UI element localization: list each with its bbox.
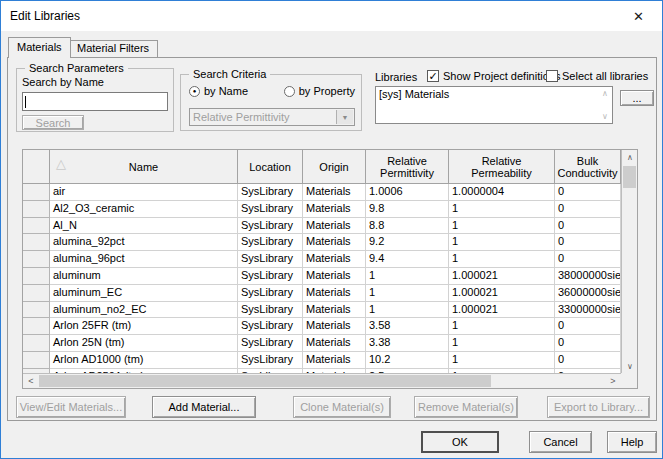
row-selector-cell[interactable]: [23, 285, 50, 302]
cell-conductivity: 38000000siemens/m: [555, 268, 621, 285]
row-selector-cell[interactable]: [23, 335, 50, 352]
library-list-item[interactable]: [sys] Materials: [376, 87, 612, 101]
table-row[interactable]: Arlon AD1000 (tm)SysLibraryMaterials10.2…: [23, 352, 621, 369]
vertical-scroll-thumb[interactable]: [623, 166, 636, 188]
search-criteria-group: Search Criteria ● by Name by Property Re…: [180, 74, 362, 131]
header-bulk-inner: Bulk Conductivity: [555, 155, 621, 179]
view-edit-materials-button[interactable]: View/Edit Materials...: [16, 396, 126, 418]
table-row[interactable]: airSysLibraryMaterials1.00061.00000040: [23, 184, 621, 201]
libraries-list-scrollbar[interactable]: ∧ ∨: [598, 87, 612, 123]
radio-by-name[interactable]: ● by Name: [189, 85, 248, 97]
row-selector-cell[interactable]: [23, 184, 50, 201]
table-row[interactable]: Arlon 25FR (tm)SysLibraryMaterials3.5810: [23, 318, 621, 335]
scroll-up-icon[interactable]: ∧: [602, 89, 608, 98]
cell-name: aluminum: [50, 268, 238, 285]
row-selector-cell[interactable]: [23, 302, 50, 319]
clone-materials-button[interactable]: Clone Material(s): [293, 396, 391, 418]
search-criteria-label: Search Criteria: [189, 68, 270, 80]
row-selector-cell[interactable]: [23, 251, 50, 268]
search-criteria-radios: ● by Name by Property: [189, 85, 355, 97]
row-selector-cell[interactable]: [23, 234, 50, 251]
table-row[interactable]: Al2_O3_ceramicSysLibraryMaterials9.810: [23, 201, 621, 218]
cell-permittivity: 9.4: [366, 251, 449, 268]
header-origin[interactable]: Origin: [303, 150, 366, 184]
cell-location: SysLibrary: [238, 251, 303, 268]
edit-libraries-dialog: Edit Libraries ✕ Materials Material Filt…: [0, 0, 663, 459]
libraries-list-items: [sys] Materials: [376, 87, 612, 101]
cell-conductivity: 0: [555, 251, 621, 268]
tab-materials[interactable]: Materials: [8, 37, 71, 58]
help-button[interactable]: Help: [607, 431, 657, 453]
cell-origin: Materials: [303, 335, 366, 352]
cell-name: Arlon AD1000 (tm): [50, 352, 238, 369]
sort-ascending-icon[interactable]: △: [56, 158, 66, 170]
table-row[interactable]: alumina_92pctSysLibraryMaterials9.210: [23, 234, 621, 251]
chevron-down-icon[interactable]: ▼: [336, 110, 353, 124]
row-selector-cell[interactable]: [23, 268, 50, 285]
cell-location: SysLibrary: [238, 318, 303, 335]
header-permittivity-line1: Relative: [387, 155, 427, 167]
cell-name: Al_N: [50, 218, 238, 235]
cell-permeability: 1: [449, 318, 555, 335]
search-button[interactable]: Search: [22, 115, 84, 130]
show-project-definitions-checkbox[interactable]: ✓ Show Project definitions: [427, 70, 560, 82]
checkbox-icon: [546, 70, 558, 82]
scroll-up-icon[interactable]: ∧: [622, 150, 638, 165]
header-bulk-conductivity[interactable]: Bulk Conductivity: [555, 150, 621, 184]
scroll-down-icon[interactable]: ∨: [602, 112, 608, 121]
cell-name: air: [50, 184, 238, 201]
add-material-button[interactable]: Add Material...: [152, 396, 256, 418]
table-row[interactable]: aluminum_no2_ECSysLibraryMaterials11.000…: [23, 302, 621, 319]
table-row[interactable]: Al_NSysLibraryMaterials8.810: [23, 218, 621, 235]
export-to-library-button[interactable]: Export to Library...: [547, 396, 650, 418]
row-selector-cell[interactable]: [23, 218, 50, 235]
remove-materials-button[interactable]: Remove Material(s): [414, 396, 518, 418]
cell-conductivity: 0: [555, 318, 621, 335]
header-location-label: Location: [249, 161, 291, 173]
cell-permeability: 1: [449, 352, 555, 369]
table-row[interactable]: Arlon 25N (tm)SysLibraryMaterials3.3810: [23, 335, 621, 352]
header-name[interactable]: △ Name: [50, 150, 238, 184]
select-all-libraries-checkbox[interactable]: Select all libraries: [546, 70, 648, 82]
table-row[interactable]: alumina_96pctSysLibraryMaterials9.410: [23, 251, 621, 268]
radio-by-property[interactable]: by Property: [284, 85, 355, 97]
header-row-selector[interactable]: [23, 150, 50, 184]
browse-libraries-button[interactable]: ...: [620, 90, 654, 106]
header-relative-permeability[interactable]: Relative Permeability: [449, 150, 555, 184]
cancel-button[interactable]: Cancel: [529, 431, 592, 453]
header-relative-permittivity[interactable]: Relative Permittivity: [366, 150, 449, 184]
search-input[interactable]: [22, 92, 168, 111]
header-permeability-line2: Permeability: [471, 167, 532, 179]
scroll-left-icon[interactable]: <: [23, 374, 39, 388]
cell-conductivity: 0: [555, 184, 621, 201]
radio-by-name-label: by Name: [204, 85, 248, 97]
horizontal-scroll-thumb[interactable]: [39, 375, 491, 387]
ok-button[interactable]: OK: [421, 431, 499, 453]
cell-permittivity: 3.58: [366, 318, 449, 335]
row-selector-cell[interactable]: [23, 352, 50, 369]
header-name-label: Name: [129, 161, 158, 173]
table-row[interactable]: aluminumSysLibraryMaterials11.0000213800…: [23, 268, 621, 285]
property-dropdown[interactable]: Relative Permittivity ▼: [189, 108, 355, 126]
header-location[interactable]: Location: [238, 150, 303, 184]
cell-permeability: 1.000021: [449, 302, 555, 319]
scroll-down-icon[interactable]: ∨: [622, 359, 638, 374]
cell-permittivity: 3.38: [366, 335, 449, 352]
horizontal-scrollbar[interactable]: < >: [23, 373, 621, 388]
search-parameters-label: Search Parameters: [25, 62, 128, 74]
cell-origin: Materials: [303, 218, 366, 235]
table-row[interactable]: aluminum_ECSysLibraryMaterials11.0000213…: [23, 285, 621, 302]
cell-permeability: 1.000021: [449, 285, 555, 302]
libraries-list[interactable]: [sys] Materials ∧ ∨: [375, 86, 613, 124]
tab-material-filters[interactable]: Material Filters: [68, 40, 158, 57]
cell-origin: Materials: [303, 251, 366, 268]
scroll-right-icon[interactable]: >: [605, 374, 621, 388]
row-selector-cell[interactable]: [23, 201, 50, 218]
vertical-scrollbar[interactable]: ∧ ∨: [621, 150, 637, 374]
cell-permittivity: 9.8: [366, 201, 449, 218]
row-selector-cell[interactable]: [23, 318, 50, 335]
titlebar[interactable]: Edit Libraries: [1, 1, 662, 31]
cell-origin: Materials: [303, 184, 366, 201]
close-icon[interactable]: ✕: [616, 2, 661, 30]
header-origin-label: Origin: [319, 161, 348, 173]
